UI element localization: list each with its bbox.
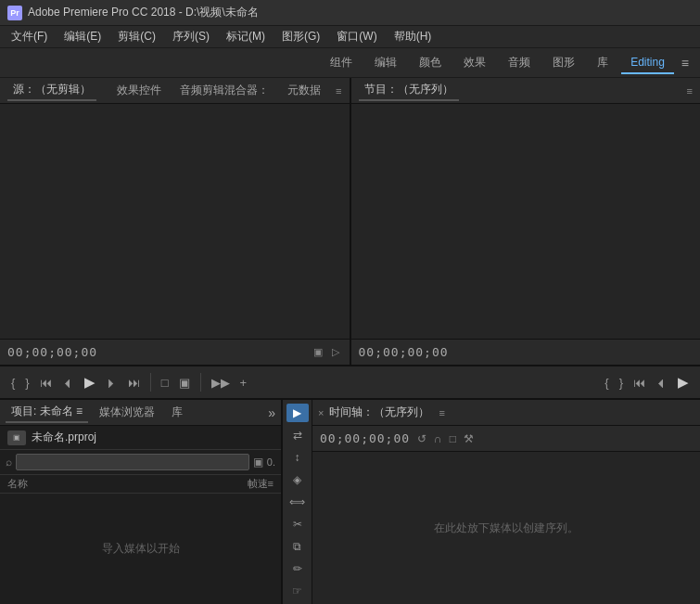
transport-mark-in[interactable]: { — [7, 373, 19, 392]
program-panel-footer: 00;00;00;00 — [351, 339, 701, 365]
menu-help[interactable]: 帮助(H) — [387, 27, 439, 46]
menu-bar: 文件(F) 编辑(E) 剪辑(C) 序列(S) 标记(M) 图形(G) 窗口(W… — [0, 26, 700, 48]
workspace-tab-active[interactable]: Editing — [621, 52, 674, 74]
search-input[interactable] — [16, 454, 249, 470]
top-panels-row: 源：（无剪辑） 效果控件 音频剪辑混合器： 元数据 ≡ 00;00;00;00 … — [0, 78, 700, 366]
timeline-close-button[interactable]: × — [318, 407, 324, 418]
transport-insert[interactable]: ▶▶ — [208, 373, 234, 392]
source-footer-controls: ▣ ▷ — [311, 344, 342, 360]
tool-hand[interactable]: ☞ — [286, 582, 309, 600]
source-panel: 源：（无剪辑） 效果控件 音频剪辑混合器： 元数据 ≡ 00;00;00;00 … — [0, 78, 351, 365]
clip-count: 0. — [267, 456, 275, 468]
program-mark-out[interactable]: } — [616, 373, 627, 392]
program-go-in[interactable]: ⏮ — [630, 373, 649, 392]
workspace-tab-graphics[interactable]: 图形 — [543, 51, 584, 74]
tool-razor[interactable]: ✂ — [286, 515, 309, 533]
transport-mark-out[interactable]: } — [21, 373, 32, 392]
col-framerate: 帧速≡ — [248, 477, 274, 491]
transport-go-in[interactable]: ⏮ — [36, 373, 56, 392]
search-icon[interactable]: ⌕ — [6, 456, 12, 469]
bottom-panels-row: 项目: 未命名 ≡ 媒体浏览器 库 » ▣ 未命名.prproj ⌕ ▣ 0. … — [0, 400, 700, 604]
title-bar: Pr Adobe Premiere Pro CC 2018 - D:\视频\未命… — [0, 0, 700, 26]
program-timecode: 00;00;00;00 — [359, 345, 449, 359]
program-mark-in[interactable]: { — [601, 373, 612, 392]
project-panel-header: 项目: 未命名 ≡ 媒体浏览器 库 » — [0, 400, 281, 426]
program-play[interactable]: ▶ — [674, 371, 693, 393]
filter-icon[interactable]: ▣ — [253, 456, 263, 469]
project-empty-hint: 导入媒体以开始 — [0, 494, 281, 604]
source-tab-source[interactable]: 源：（无剪辑） — [7, 80, 96, 101]
workspace-tab-audio[interactable]: 音频 — [499, 51, 540, 74]
transport-extract[interactable]: ▣ — [175, 373, 194, 392]
tool-pen[interactable]: ✏ — [286, 559, 309, 578]
tool-slip[interactable]: ⧉ — [286, 537, 309, 556]
transport-step-back[interactable]: ⏴ — [58, 373, 78, 392]
timeline-title: 时间轴：（无序列） — [329, 405, 429, 420]
source-panel-content — [0, 104, 350, 339]
workspace-bar: 组件 编辑 颜色 效果 音频 图形 库 Editing ≡ — [0, 48, 700, 78]
transport-go-out[interactable]: ⏭ — [124, 373, 144, 392]
tool-track-select[interactable]: ⇄ — [286, 426, 309, 444]
timeline-timecode-row: 00;00;00;00 ↺ ∩ □ ⚒ — [312, 426, 700, 452]
file-icon: ▣ — [7, 431, 26, 445]
timeline-menu-button[interactable]: ≡ — [439, 407, 444, 418]
timeline-link-icon[interactable]: ∩ — [434, 432, 442, 445]
app-icon: Pr — [7, 6, 22, 20]
workspace-tab-editing[interactable]: 编辑 — [365, 51, 406, 74]
menu-window[interactable]: 窗口(W) — [329, 27, 384, 46]
transport-right-controls: { } ⏮ ⏴ ▶ — [601, 371, 693, 393]
project-tab-project[interactable]: 项目: 未命名 ≡ — [6, 402, 88, 423]
transport-lift[interactable]: □ — [158, 373, 172, 392]
column-headers: 名称 帧速≡ — [0, 475, 281, 494]
workspace-menu-button[interactable]: ≡ — [678, 54, 693, 72]
program-step-back[interactable]: ⏴ — [652, 373, 671, 392]
program-panel-header: 节目：（无序列） ≡ — [351, 78, 701, 104]
source-fit-icon[interactable]: ▣ — [311, 344, 325, 360]
program-panel-content — [351, 104, 701, 339]
menu-graphics[interactable]: 图形(G) — [274, 27, 327, 46]
timeline-settings-icon[interactable]: ⚒ — [464, 432, 474, 445]
workspace-tab-effects[interactable]: 效果 — [454, 51, 495, 74]
menu-file[interactable]: 文件(F) — [4, 27, 55, 46]
timeline-snap-icon[interactable]: ↺ — [417, 432, 426, 445]
timeline-timecode: 00;00;00;00 — [320, 431, 410, 445]
project-tab-media-browser[interactable]: 媒体浏览器 — [94, 403, 160, 422]
program-panel-menu[interactable]: ≡ — [687, 85, 693, 96]
timeline-content-area: 在此处放下媒体以创建序列。 — [312, 452, 700, 604]
timeline-add-marker[interactable]: □ — [450, 432, 456, 445]
source-tab-effects[interactable]: 效果控件 — [111, 81, 167, 100]
menu-sequence[interactable]: 序列(S) — [165, 27, 217, 46]
program-panel: 节目：（无序列） ≡ 00;00;00;00 — [351, 78, 701, 365]
source-panel-header: 源：（无剪辑） 效果控件 音频剪辑混合器： 元数据 ≡ — [0, 78, 350, 104]
timeline-empty-hint: 在此处放下媒体以创建序列。 — [434, 520, 579, 536]
transport-overwrite[interactable]: + — [236, 373, 251, 392]
project-file-row: ▣ 未命名.prproj — [0, 426, 281, 450]
project-expand-button[interactable]: » — [268, 405, 275, 420]
project-panel: 项目: 未命名 ≡ 媒体浏览器 库 » ▣ 未命名.prproj ⌕ ▣ 0. … — [0, 400, 283, 604]
tool-selection[interactable]: ▶ — [286, 404, 309, 422]
source-panel-footer: 00;00;00;00 ▣ ▷ — [0, 339, 350, 365]
project-tab-libraries[interactable]: 库 — [166, 403, 188, 422]
program-tab-node[interactable]: 节目：（无序列） — [359, 80, 459, 101]
transport-step-fwd[interactable]: ⏵ — [102, 373, 121, 392]
main-area: 源：（无剪辑） 效果控件 音频剪辑混合器： 元数据 ≡ 00;00;00;00 … — [0, 78, 700, 604]
transport-play[interactable]: ▶ — [81, 371, 99, 393]
workspace-tab-libraries[interactable]: 库 — [588, 51, 617, 74]
tool-rolling[interactable]: ◈ — [286, 470, 309, 489]
source-expand-icon[interactable]: ▷ — [329, 344, 342, 360]
search-bar: ⌕ ▣ 0. — [0, 450, 281, 475]
menu-edit[interactable]: 编辑(E) — [57, 27, 108, 46]
tool-rate-stretch[interactable]: ⟺ — [286, 493, 309, 511]
tool-ripple[interactable]: ↕ — [286, 448, 309, 467]
source-tab-metadata[interactable]: 元数据 — [282, 81, 326, 100]
workspace-tab-assembly[interactable]: 组件 — [321, 51, 362, 74]
timeline-panel: × 时间轴：（无序列） ≡ 00;00;00;00 ↺ ∩ □ ⚒ 在此处放下媒… — [312, 400, 700, 604]
workspace-tab-color[interactable]: 颜色 — [410, 51, 451, 74]
timeline-tools: ▶ ⇄ ↕ ◈ ⟺ ✂ ⧉ ✏ ☞ — [283, 400, 312, 604]
source-panel-menu[interactable]: ≡ — [336, 85, 341, 96]
menu-marker[interactable]: 标记(M) — [219, 27, 273, 46]
timeline-panel-header: × 时间轴：（无序列） ≡ — [312, 400, 700, 426]
project-filename: 未命名.prproj — [32, 430, 96, 445]
menu-clip[interactable]: 剪辑(C) — [110, 27, 163, 46]
source-tab-audio-mixer[interactable]: 音频剪辑混合器： — [174, 81, 274, 100]
